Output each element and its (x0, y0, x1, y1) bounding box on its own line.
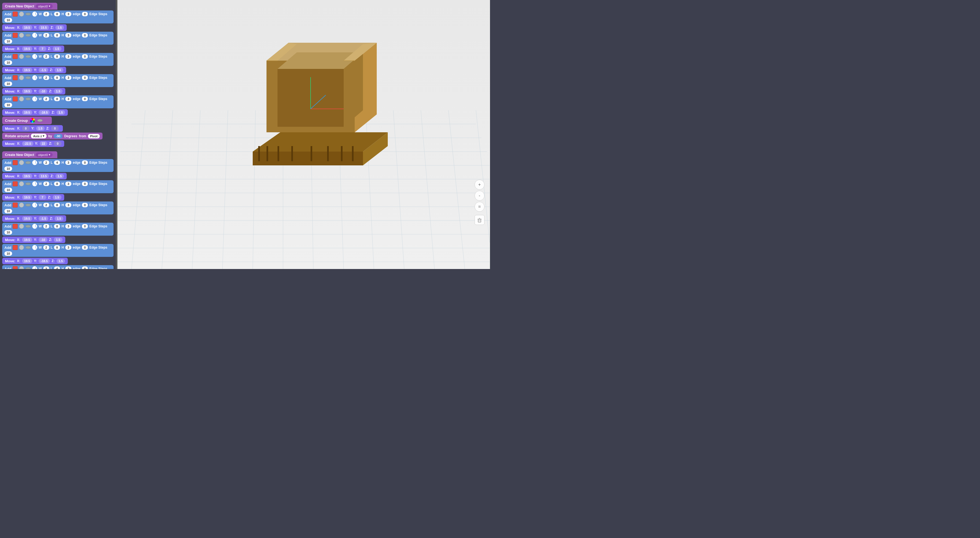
x-label-1: X: (17, 25, 21, 30)
object-dropdown-1[interactable]: object0 ▾ (36, 4, 52, 8)
axis-btn[interactable]: Axis z ▾ (31, 134, 46, 138)
degrees-value[interactable]: -90 (54, 134, 62, 138)
create-new-obj-label-2: Create New Object (5, 153, 34, 157)
z-val-1[interactable]: 1.5 (56, 25, 64, 30)
add-label-2: Add (5, 33, 11, 38)
svg-rect-26 (258, 146, 260, 161)
create-group-row[interactable]: Create Group (2, 116, 52, 124)
zoom-controls: + - = (474, 180, 485, 225)
red-cube-icon-3[interactable] (13, 54, 18, 59)
add-row-g2-2: Add 〈 W 2 L 8 H 3 edge 0 Edge Steps 10 (2, 180, 113, 193)
add-row-3: Add 〈 W 2 L 8 H 3 edge 0 Edge Steps 10 (2, 53, 113, 66)
material-disc-icon[interactable] (37, 119, 43, 122)
y-val-2[interactable]: 7 (38, 46, 46, 51)
h-value-1[interactable]: 3 (65, 12, 72, 16)
add-row-g2-3: Add 〈 W 2 L 8 H 3 edge 0 Edge Steps 10 (2, 202, 113, 215)
edge-label: edge (73, 12, 81, 16)
zoom-in-btn[interactable]: + (474, 180, 485, 189)
g2-sphere-1[interactable] (19, 160, 24, 165)
h-label-2: H (62, 33, 64, 37)
create-new-obj-header-2: Create New Object object0 ▾ (2, 151, 57, 158)
edge-value-2[interactable]: 0 (82, 33, 88, 38)
g2-disc-1[interactable] (25, 161, 31, 164)
base-front-face (253, 151, 363, 166)
red-cube-icon-2[interactable] (13, 33, 18, 38)
angle-icon-2[interactable]: 〈 (32, 33, 37, 38)
edgesteps-value-3[interactable]: 10 (5, 60, 12, 65)
l-value-1[interactable]: 8 (54, 12, 60, 16)
h-label: H (62, 12, 64, 16)
w-value-2[interactable]: 2 (43, 33, 49, 38)
disc-icon-4[interactable] (25, 76, 31, 79)
z-label-1: Z: (51, 25, 54, 30)
w-value-1[interactable]: 2 (43, 12, 49, 16)
svg-rect-32 (341, 146, 342, 161)
svg-rect-38 (478, 219, 481, 222)
w-label: W (38, 12, 41, 16)
object-dropdown-2[interactable]: object0 ▾ (36, 153, 52, 157)
add-row-g2-1: Add 〈 W 2 L 4 H 3 edge 0 Edge Steps 10 (2, 159, 113, 172)
add-row-g2-5: Add 〈 W 2 L 8 H 3 edge 0 Edge Steps 10 (2, 244, 113, 257)
edgesteps-value-2[interactable]: 10 (5, 39, 12, 43)
edgesteps-label-2: Edge Steps (89, 33, 107, 37)
zoom-out-btn[interactable]: - (474, 191, 485, 201)
trash-btn[interactable] (474, 215, 485, 225)
move-row-g2-3: Move: X: 19.5 Y: -1.5 Z: 1.5 (2, 215, 66, 222)
y-label-1: Y: (34, 25, 37, 30)
edge-value-3[interactable]: 0 (82, 54, 88, 59)
sphere-icon-4[interactable] (19, 75, 24, 80)
red-cube-icon-4[interactable] (13, 75, 18, 80)
red-cube-icon[interactable] (13, 11, 18, 16)
l-value-3[interactable]: 8 (54, 54, 60, 59)
svg-rect-31 (327, 146, 329, 161)
disc-icon-3[interactable] (25, 55, 31, 58)
disc-icon-2[interactable] (25, 34, 31, 37)
block-group-2: Create New Object object0 ▾ Add 〈 W 2 L … (2, 151, 113, 269)
move-row-final: Move: X: -22.5 Y: 22 Z: 0 (2, 140, 64, 147)
move-row-4: Move: X: 19.5 Y: -10 Z: 1.5 (2, 88, 65, 94)
move-row-g2-4: Move: X: 19.5 Y: -10 Z: 1.5 (2, 237, 65, 243)
sphere-icon-2[interactable] (19, 33, 24, 38)
x-val-2[interactable]: 19.5 (22, 46, 32, 51)
rotate-label: Rotate around (5, 134, 29, 138)
angle-icon-3[interactable]: 〈 (32, 54, 37, 59)
add-row-1: Add 〈 W 2 L 8 H 3 edge 0 Edge Steps 10 (2, 11, 113, 24)
sphere-icon-3[interactable] (19, 54, 24, 59)
w-value-3[interactable]: 2 (43, 54, 49, 59)
angle-icon-4[interactable]: 〈 (32, 75, 37, 80)
y-val-1[interactable]: 15.5 (38, 25, 49, 30)
x-val-1[interactable]: 19.5 (22, 25, 32, 30)
pivot-btn[interactable]: Pivot (88, 134, 100, 138)
g2-angle-1[interactable]: 〈 (32, 160, 37, 165)
h-value-3[interactable]: 3 (65, 54, 72, 59)
h-value-2[interactable]: 3 (65, 33, 72, 38)
rotate-row: Rotate around Axis z ▾ by -90 Degrees fr… (2, 132, 102, 140)
edgesteps-label: Edge Steps (89, 12, 107, 16)
g2-red-cube-1[interactable] (13, 160, 18, 165)
disc-icon-5[interactable] (25, 97, 31, 100)
add-label: Add (5, 12, 11, 16)
svg-rect-29 (291, 146, 293, 161)
edge-value-1[interactable]: 0 (82, 12, 88, 16)
color-wheel-icon[interactable] (30, 118, 35, 123)
angle-icon-5[interactable]: 〈 (32, 97, 37, 102)
blocks-container: Create New Object object0 ▾ Add 〈 W 2 L … (2, 3, 113, 269)
move-row-5: Move: X: 19.5 Y: -18.5 Z: 1.5 (2, 109, 68, 116)
edgesteps-value-1[interactable]: 10 (5, 18, 12, 22)
red-cube-icon-5[interactable] (13, 97, 18, 102)
zoom-reset-btn[interactable]: = (474, 202, 485, 212)
viewport-svg (118, 0, 490, 269)
z-val-2[interactable]: 1.5 (52, 46, 61, 51)
l-label-2: L (51, 33, 52, 37)
move-label-1: Move: (5, 25, 16, 30)
add-row-5: Add 〈 W 2 L 8 H 3 edge 0 Edge Steps 10 (2, 96, 113, 108)
disc-icon[interactable] (25, 13, 31, 16)
sphere-icon[interactable] (19, 11, 24, 16)
svg-rect-33 (352, 146, 353, 161)
l-value-2[interactable]: 8 (54, 33, 60, 38)
angle-icon[interactable]: 〈 (32, 11, 37, 16)
3d-viewport[interactable]: + - = (118, 0, 490, 269)
add-row-4: Add 〈 W 2 L 8 H 3 edge 0 Edge Steps 10 (2, 74, 113, 87)
create-new-obj-header-1: Create New Object object0 ▾ (2, 3, 57, 10)
sphere-icon-5[interactable] (19, 97, 24, 102)
